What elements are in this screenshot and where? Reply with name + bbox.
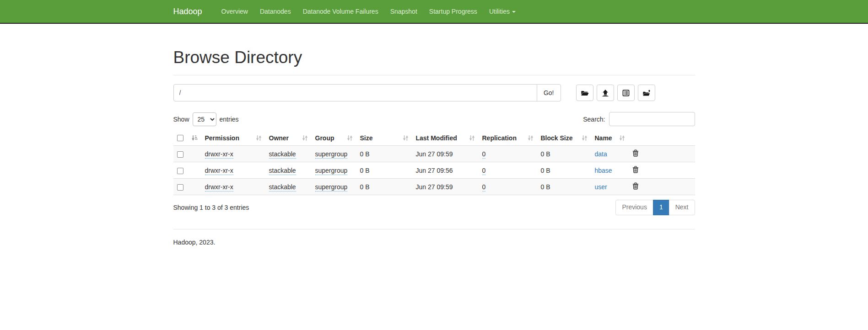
list-alt-button[interactable] <box>617 85 635 101</box>
table-header-row: Permission Owner Group Size Last Modifie… <box>173 131 695 146</box>
page-size-select[interactable]: 25 <box>193 112 216 126</box>
pagination-previous[interactable]: Previous <box>615 200 653 215</box>
column-header-name[interactable]: Name <box>591 131 629 146</box>
nav-item-utilities-label: Utilities <box>489 8 510 15</box>
table-row: drwxr-xr-x stackable supergroup 0 B Jun … <box>173 146 695 162</box>
column-label: Permission <box>205 134 239 142</box>
dir-link[interactable]: user <box>595 183 607 191</box>
column-header-last-modified[interactable]: Last Modified <box>412 131 479 146</box>
row-checkbox[interactable] <box>177 151 183 158</box>
column-header-replication[interactable]: Replication <box>479 131 537 146</box>
nav-item-snapshot[interactable]: Snapshot <box>384 0 423 23</box>
column-label: Name <box>595 134 612 142</box>
trash-icon <box>632 149 639 157</box>
size-value: 0 B <box>360 183 370 191</box>
folder-open-button[interactable] <box>576 85 593 101</box>
column-header-owner[interactable]: Owner <box>265 131 312 146</box>
group-value[interactable]: supergroup <box>315 167 348 175</box>
create-directory-button[interactable] <box>638 85 655 101</box>
block-size-value: 0 B <box>541 183 550 191</box>
path-bar: Go! <box>173 84 695 101</box>
group-value[interactable]: supergroup <box>315 183 348 192</box>
table-row: drwxr-xr-x stackable supergroup 0 B Jun … <box>173 179 695 195</box>
replication-value[interactable]: 0 <box>482 150 486 159</box>
owner-value[interactable]: stackable <box>269 167 296 175</box>
delete-button[interactable] <box>632 182 639 190</box>
last-modified-value: Jun 27 09:56 <box>416 167 453 174</box>
sort-icon <box>302 135 308 141</box>
upload-icon <box>601 90 609 96</box>
page-length-control: Show 25 entries <box>173 112 239 126</box>
navbar-brand[interactable]: Hadoop <box>173 0 209 23</box>
column-header-size[interactable]: Size <box>356 131 412 146</box>
folder-open-icon <box>581 90 589 96</box>
pagination-page-1[interactable]: 1 <box>653 200 669 215</box>
column-label: Block Size <box>541 134 573 142</box>
trash-icon <box>632 166 639 173</box>
site-footer-text: Hadoop, 2023. <box>173 239 695 246</box>
last-modified-value: Jun 27 09:59 <box>416 150 453 158</box>
column-label: Group <box>315 134 334 142</box>
dir-link[interactable]: hbase <box>595 167 612 174</box>
block-size-value: 0 B <box>541 150 550 158</box>
column-label: Size <box>360 134 373 142</box>
permission-value[interactable]: drwxr-xr-x <box>205 183 233 192</box>
entries-info: Showing 1 to 3 of 3 entries <box>173 204 249 211</box>
nav-item-datanodes[interactable]: Datanodes <box>254 0 297 23</box>
sort-icon <box>619 135 625 141</box>
table-controls: Show 25 entries Search: <box>173 112 695 126</box>
show-label: Show <box>173 116 189 123</box>
column-header-permission[interactable]: Permission <box>201 131 265 146</box>
owner-value[interactable]: stackable <box>269 183 296 192</box>
sort-icon <box>256 135 262 141</box>
pagination-next[interactable]: Next <box>669 200 695 215</box>
group-value[interactable]: supergroup <box>315 150 348 159</box>
permission-value[interactable]: drwxr-xr-x <box>205 150 233 159</box>
nav-item-datanode-volume-failures[interactable]: Datanode Volume Failures <box>297 0 384 23</box>
column-header-block-size[interactable]: Block Size <box>537 131 591 146</box>
dir-link[interactable]: data <box>595 150 607 158</box>
column-header-group[interactable]: Group <box>312 131 356 146</box>
search-control: Search: <box>583 112 695 126</box>
replication-value[interactable]: 0 <box>482 183 486 192</box>
owner-value[interactable]: stackable <box>269 150 296 159</box>
size-value: 0 B <box>360 150 370 158</box>
navbar-menu: Overview Datanodes Datanode Volume Failu… <box>216 0 522 23</box>
column-label: Owner <box>269 134 289 142</box>
delete-button[interactable] <box>632 149 639 157</box>
sort-icon <box>347 135 353 141</box>
nav-item-startup-progress[interactable]: Startup Progress <box>423 0 483 23</box>
select-all-checkbox[interactable] <box>177 135 183 141</box>
delete-button[interactable] <box>632 166 639 173</box>
column-header-select-all[interactable] <box>173 131 201 146</box>
search-label: Search: <box>583 116 605 123</box>
column-label: Last Modified <box>416 134 457 142</box>
block-size-value: 0 B <box>541 167 550 174</box>
table-row: drwxr-xr-x stackable supergroup 0 B Jun … <box>173 162 695 179</box>
footer-divider <box>173 229 695 229</box>
permission-value[interactable]: drwxr-xr-x <box>205 167 233 175</box>
row-checkbox[interactable] <box>177 184 183 191</box>
sort-icon <box>403 135 409 141</box>
row-checkbox[interactable] <box>177 168 183 174</box>
directory-table: Permission Owner Group Size Last Modifie… <box>173 131 695 195</box>
sort-asc-icon <box>192 135 198 141</box>
replication-value[interactable]: 0 <box>482 167 486 175</box>
nav-item-utilities-dropdown[interactable]: Utilities <box>483 0 522 23</box>
table-footer: Showing 1 to 3 of 3 entries Previous 1 N… <box>173 200 695 215</box>
upload-file-button[interactable] <box>597 85 614 101</box>
directory-path-input[interactable] <box>173 84 537 101</box>
pagination: Previous 1 Next <box>615 200 695 215</box>
divider <box>173 75 695 75</box>
go-button[interactable]: Go! <box>537 84 561 101</box>
main-content: Browse Directory Go! Show 25 <box>167 48 702 246</box>
page-title: Browse Directory <box>173 48 695 67</box>
caret-down-icon <box>512 11 516 13</box>
search-input[interactable] <box>609 112 695 126</box>
path-input-group: Go! <box>173 84 561 101</box>
last-modified-value: Jun 27 09:59 <box>416 183 453 191</box>
nav-item-overview[interactable]: Overview <box>216 0 254 23</box>
folder-upload-icon <box>642 90 651 96</box>
sort-icon <box>469 135 475 141</box>
column-header-actions <box>629 131 695 146</box>
